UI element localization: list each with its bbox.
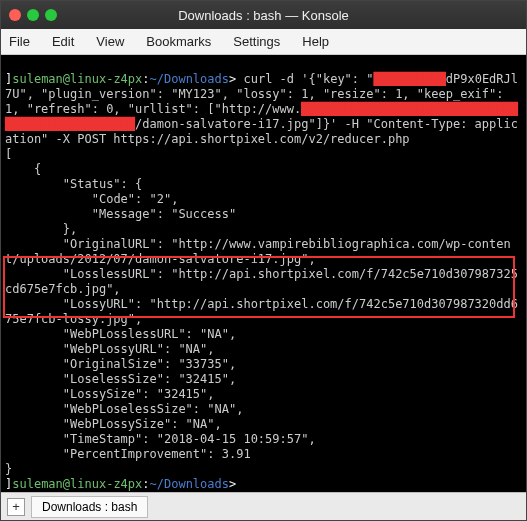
terminal-output[interactable]: ]suleman@linux-z4px:~/Downloads> curl -d…	[1, 55, 526, 492]
out-l1: [	[5, 147, 12, 161]
window-buttons	[9, 9, 57, 21]
out-l17: "TimeStamp": "2018-04-15 10:59:57",	[5, 432, 316, 446]
minimize-icon[interactable]	[27, 9, 39, 21]
out-l15: "WebPLoselessSize": "NA",	[5, 402, 243, 416]
out-l6: },	[5, 222, 77, 236]
maximize-icon[interactable]	[45, 9, 57, 21]
menu-edit[interactable]: Edit	[52, 34, 74, 49]
menu-view[interactable]: View	[96, 34, 124, 49]
cmd-part1: curl -d '{"key": "	[243, 72, 373, 86]
prompt-user-2: suleman@linux-z4px	[12, 477, 142, 491]
out-l14: "LossySize": "32415",	[5, 387, 215, 401]
out-l11: "WebPLossyURL": "NA",	[5, 342, 215, 356]
prompt-path: ~/Downloads	[150, 72, 229, 86]
menu-file[interactable]: File	[9, 34, 30, 49]
out-l10: "WebPLosslessURL": "NA",	[5, 327, 236, 341]
tab-bar: + Downloads : bash	[1, 492, 526, 520]
out-l18: "PercentImprovement": 3.91	[5, 447, 251, 461]
close-icon[interactable]	[9, 9, 21, 21]
highlight-box	[3, 256, 515, 318]
menubar: File Edit View Bookmarks Settings Help	[1, 29, 526, 55]
out-l19: }	[5, 462, 12, 476]
out-l3: "Status": {	[5, 177, 142, 191]
menu-bookmarks[interactable]: Bookmarks	[146, 34, 211, 49]
out-l5: "Message": "Success"	[5, 207, 236, 221]
new-tab-button[interactable]: +	[7, 498, 25, 516]
menu-settings[interactable]: Settings	[233, 34, 280, 49]
redacted-key: ██████████	[374, 72, 446, 86]
out-l16: "WebPLossySize": "NA",	[5, 417, 222, 431]
prompt-user: suleman@linux-z4px	[12, 72, 142, 86]
tab-downloads-bash[interactable]: Downloads : bash	[31, 496, 148, 518]
prompt-path-2: ~/Downloads	[150, 477, 229, 491]
konsole-window: Downloads : bash — Konsole File Edit Vie…	[0, 0, 527, 521]
out-l4: "Code": "2",	[5, 192, 178, 206]
out-l2: {	[5, 162, 41, 176]
out-l12: "OriginalSize": "33735",	[5, 357, 236, 371]
out-l13: "LoselessSize": "32415",	[5, 372, 236, 386]
window-title: Downloads : bash — Konsole	[1, 8, 526, 23]
titlebar[interactable]: Downloads : bash — Konsole	[1, 1, 526, 29]
menu-help[interactable]: Help	[302, 34, 329, 49]
